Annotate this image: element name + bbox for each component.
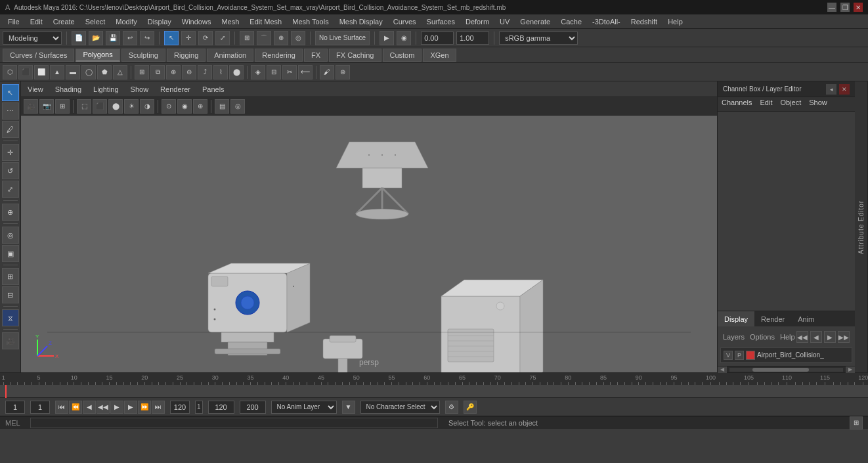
menu-item-mesh-display[interactable]: Mesh Display bbox=[334, 16, 388, 27]
layer-prev-btn[interactable]: ◀ bbox=[810, 331, 822, 343]
snap-to-poly-btn[interactable]: ⊞ bbox=[2, 268, 19, 285]
vp-img-plane-btn[interactable]: 📷 bbox=[39, 99, 54, 114]
menu-item-redshift[interactable]: Redshift bbox=[626, 16, 662, 27]
console-btn[interactable]: ⊞ bbox=[850, 416, 863, 430]
vp-joints-btn[interactable]: ◉ bbox=[177, 99, 192, 114]
poly-plane-btn[interactable]: ▬ bbox=[66, 65, 80, 79]
vp-menu-lighting[interactable]: Lighting bbox=[89, 84, 123, 95]
options-menu[interactable]: Options bbox=[750, 333, 775, 341]
disp-tab-display[interactable]: Display bbox=[718, 311, 754, 326]
paint-vertex-btn[interactable]: 🖌 bbox=[320, 65, 334, 79]
layer-next-btn[interactable]: ▶ bbox=[824, 331, 836, 343]
undo-btn[interactable]: ↩ bbox=[123, 31, 137, 45]
subd-btn[interactable]: ⊞ bbox=[135, 65, 149, 79]
multicut-btn[interactable]: ✂ bbox=[282, 65, 297, 79]
ch-menu-edit[interactable]: Edit bbox=[756, 97, 776, 111]
snap-curve-btn[interactable]: ⌒ bbox=[257, 31, 271, 45]
key-options-btn[interactable]: 🔑 bbox=[464, 401, 477, 414]
tab-polygons[interactable]: Polygons bbox=[76, 49, 119, 62]
bridge-btn[interactable]: ⌇ bbox=[213, 65, 228, 79]
loopcut-btn[interactable]: ⟵ bbox=[298, 65, 313, 79]
char-options-btn[interactable]: ⚙ bbox=[445, 401, 458, 414]
close-button[interactable]: ✕ bbox=[854, 3, 863, 12]
snap-view-btn[interactable]: ◎ bbox=[291, 31, 305, 45]
vp-select-mask-btn[interactable]: ▤ bbox=[215, 99, 229, 114]
poly-sphere-btn[interactable]: ⬡ bbox=[3, 65, 17, 79]
menu-item-file[interactable]: File bbox=[3, 16, 25, 27]
menu-item-uv[interactable]: UV bbox=[494, 16, 515, 27]
poly-prism-btn[interactable]: ⬟ bbox=[97, 65, 112, 79]
vp-menu-shading[interactable]: Shading bbox=[51, 84, 85, 95]
disp-tab-render[interactable]: Render bbox=[754, 311, 791, 326]
scrollbar-thumb[interactable] bbox=[752, 368, 810, 372]
layers-menu[interactable]: Layers bbox=[723, 333, 745, 341]
poly-cylinder-btn[interactable]: ⬜ bbox=[34, 65, 49, 79]
lasso-select-btn[interactable]: ⋯ bbox=[2, 102, 19, 120]
menu-item-surfaces[interactable]: Surfaces bbox=[422, 16, 460, 27]
open-file-btn[interactable]: 📂 bbox=[89, 31, 103, 45]
select-tool-btn[interactable]: ↖ bbox=[2, 84, 19, 101]
vp-menu-show[interactable]: Show bbox=[127, 84, 153, 95]
poly-pyramid-btn[interactable]: △ bbox=[113, 65, 127, 79]
scale-mode-btn[interactable]: ⤢ bbox=[215, 31, 230, 45]
region-select-btn[interactable]: ▣ bbox=[2, 245, 19, 262]
menu-item-windows[interactable]: Windows bbox=[177, 16, 217, 27]
timeline-ruler[interactable]: 1510152025303540455055606570758085909510… bbox=[0, 373, 868, 385]
vp-isolate-btn[interactable]: ◎ bbox=[230, 99, 245, 114]
menu-item-mesh-tools[interactable]: Mesh Tools bbox=[287, 16, 334, 27]
connect-btn[interactable]: ⊟ bbox=[267, 65, 281, 79]
vp-texture-btn[interactable]: ⬤ bbox=[108, 99, 123, 114]
menu-item--3dtoall-[interactable]: -3DtoAll- bbox=[587, 16, 626, 27]
command-input-area[interactable] bbox=[30, 418, 438, 428]
vp-menu-panels[interactable]: Panels bbox=[198, 84, 228, 95]
menu-item-modify[interactable]: Modify bbox=[110, 16, 142, 27]
menu-item-deform[interactable]: Deform bbox=[460, 16, 494, 27]
vp-menu-view[interactable]: View bbox=[24, 84, 47, 95]
tab-custom[interactable]: Custom bbox=[383, 49, 422, 62]
menu-item-edit[interactable]: Edit bbox=[25, 16, 48, 27]
step-back-btn[interactable]: ⏪ bbox=[69, 401, 82, 414]
step-fwd-btn[interactable]: ⏩ bbox=[138, 401, 151, 414]
max-frame-input[interactable] bbox=[208, 401, 234, 414]
menu-item-curves[interactable]: Curves bbox=[388, 16, 422, 27]
layer-visibility-btn[interactable]: V bbox=[724, 351, 733, 360]
menu-item-display[interactable]: Display bbox=[142, 16, 177, 27]
show-manip-btn[interactable]: ⧖ bbox=[2, 309, 19, 326]
play-back-btn[interactable]: ◀◀ bbox=[97, 401, 110, 414]
scrollbar-track[interactable] bbox=[729, 368, 843, 372]
go-start-btn[interactable]: ⏮ bbox=[55, 401, 68, 414]
render-view-btn[interactable]: ▶ bbox=[380, 31, 394, 45]
redo-btn[interactable]: ↪ bbox=[140, 31, 154, 45]
menu-item-select[interactable]: Select bbox=[80, 16, 111, 27]
vp-xray-btn[interactable]: ⊙ bbox=[162, 99, 176, 114]
extrude-btn[interactable]: ⤴ bbox=[198, 65, 212, 79]
fps-input[interactable] bbox=[240, 401, 266, 414]
ipr-render-btn[interactable]: ◉ bbox=[397, 31, 411, 45]
tab-rendering[interactable]: Rendering bbox=[255, 49, 303, 62]
minimize-button[interactable]: — bbox=[827, 3, 836, 12]
soft-select-btn[interactable]: ◎ bbox=[2, 227, 19, 244]
poly-cone-btn[interactable]: ▲ bbox=[50, 65, 64, 79]
ch-menu-object[interactable]: Object bbox=[776, 97, 805, 111]
poly-torus-btn[interactable]: ◯ bbox=[81, 65, 96, 79]
scroll-right-btn[interactable]: ▶ bbox=[846, 366, 855, 373]
restore-button[interactable]: ❐ bbox=[840, 3, 850, 12]
workspace-selector[interactable]: Modeling bbox=[3, 32, 62, 45]
layer-color-swatch[interactable] bbox=[746, 351, 755, 360]
layer-next-next-btn[interactable]: ▶▶ bbox=[838, 331, 850, 343]
combine-btn[interactable]: ⊕ bbox=[166, 65, 181, 79]
translate-x-input[interactable] bbox=[421, 32, 454, 45]
save-file-btn[interactable]: 💾 bbox=[106, 31, 120, 45]
start-frame-input[interactable] bbox=[5, 401, 25, 414]
new-file-btn[interactable]: 📄 bbox=[72, 31, 86, 45]
timeline-bar[interactable] bbox=[0, 385, 868, 397]
vp-light-btn[interactable]: ☀ bbox=[124, 99, 139, 114]
scale-tool-btn[interactable]: ⤢ bbox=[2, 181, 19, 198]
next-frame-btn[interactable]: ▶ bbox=[124, 401, 137, 414]
translate-y-input[interactable] bbox=[456, 32, 489, 45]
close-channel-box-btn[interactable]: ✕ bbox=[839, 84, 850, 95]
anim-layer-selector[interactable]: No Anim Layer bbox=[271, 401, 337, 414]
no-live-surface-btn[interactable]: No Live Surface bbox=[315, 31, 370, 45]
vp-solid-btn[interactable]: ⬛ bbox=[93, 99, 107, 114]
mirror-btn[interactable]: ⧉ bbox=[150, 65, 165, 79]
